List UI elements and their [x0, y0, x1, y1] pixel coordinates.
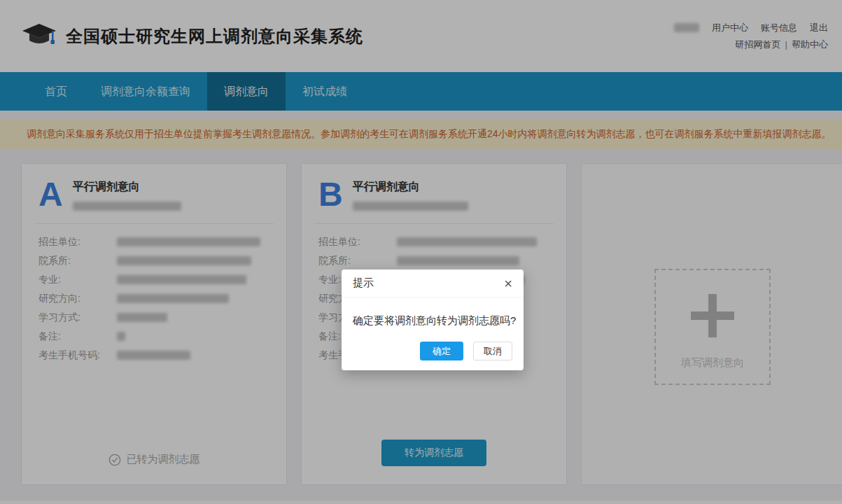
confirm-button[interactable]: 确定 [420, 342, 463, 360]
dialog-title: 提示 [353, 276, 374, 290]
close-icon[interactable]: × [504, 276, 512, 290]
confirm-dialog: 提示 × 确定要将调剂意向转为调剂志愿吗? 确定 取消 [342, 270, 524, 370]
dialog-message: 确定要将调剂意向转为调剂志愿吗? [342, 298, 524, 342]
modal-dim-overlay [0, 0, 842, 504]
cancel-button[interactable]: 取消 [473, 342, 512, 360]
